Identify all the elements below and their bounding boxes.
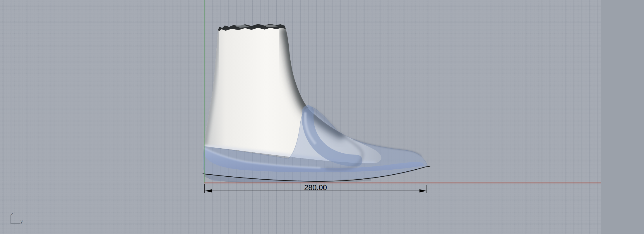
- gizmo-y-label: y: [20, 219, 23, 224]
- cad-viewport[interactable]: 280.00 z y: [0, 0, 644, 234]
- gizmo-z-label: z: [11, 211, 13, 216]
- viewport-canvas[interactable]: 280.00 z y: [0, 0, 644, 234]
- dimension-text[interactable]: 280.00: [304, 183, 327, 192]
